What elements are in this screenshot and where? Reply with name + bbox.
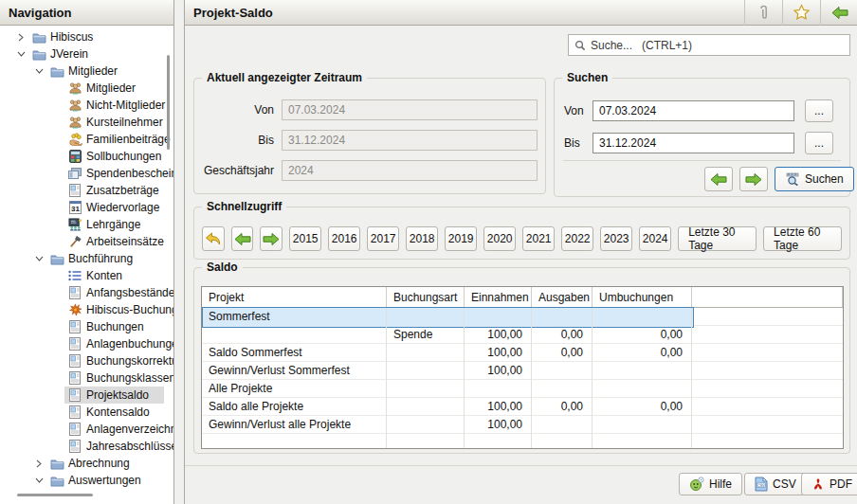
- table-cell: 0,00: [532, 326, 593, 343]
- sidebar-item-buchungsklassen[interactable]: Buchungsklassen: [0, 369, 173, 387]
- table-row-gewinn-verlust-alle-projekte[interactable]: Gewinn/Verlust alle Projekte100,00: [202, 416, 843, 434]
- sidebar-item-zusatzbetraege[interactable]: Zusatzbeträge: [0, 182, 173, 199]
- sidebar-item-auswertungen[interactable]: Auswertungen: [0, 472, 173, 489]
- year-button-2015[interactable]: 2015: [289, 226, 321, 251]
- chevron-right-icon[interactable]: [13, 29, 28, 45]
- sidebar-item-nicht-mitglieder[interactable]: Nicht-Mitglieder: [0, 97, 173, 114]
- search-input[interactable]: Suche... (CTRL+1): [568, 34, 850, 56]
- sidebar-item-anlagenverzeichnis[interactable]: Anlagenverzeichnis: [0, 421, 173, 438]
- expander-spacer: [49, 81, 64, 96]
- column-header-projekt[interactable]: Projekt: [202, 287, 387, 307]
- column-header-buchungsart[interactable]: Buchungsart: [387, 287, 465, 307]
- document-icon: [65, 319, 84, 334]
- sidebar-item-abrechnung[interactable]: Abrechnung: [0, 455, 173, 472]
- search-von-input[interactable]: 07.03.2024: [593, 100, 794, 121]
- csv-button-label: CSV: [773, 477, 796, 491]
- column-header-einnahmen[interactable]: Einnahmen: [465, 287, 532, 307]
- sidebar-item-spendenbescheinigungen[interactable]: Spendenbescheinigungen: [0, 165, 173, 182]
- search-group-title: Suchen: [562, 71, 612, 84]
- sidebar-item-projektsaldo[interactable]: Projektsaldo: [0, 387, 173, 404]
- sidebar-item-hibiscus[interactable]: Hibiscus: [0, 28, 173, 45]
- table-cell: 100,00: [465, 326, 532, 343]
- previous-period-button[interactable]: [704, 167, 733, 191]
- table-row-alle-projekte[interactable]: Alle Projekte: [202, 380, 843, 398]
- year-button-2023[interactable]: 2023: [600, 226, 632, 251]
- bis-date-picker-button[interactable]: ...: [805, 132, 833, 154]
- sidebar-item-label: Hibiscus-Buchungen: [84, 303, 173, 316]
- next-period-button[interactable]: [739, 167, 768, 191]
- sidebar-item-kursteilnehmer[interactable]: Kursteilnehmer: [0, 114, 173, 131]
- table-row-saldo-alle-projekte[interactable]: Saldo alle Projekte100,000,000,00: [202, 398, 843, 416]
- sidebar-item-buchungen[interactable]: Buchungen: [0, 318, 173, 335]
- table-row-gewinn-verlust-sommerfest[interactable]: Gewinn/Verlust Sommerfest100,00: [202, 362, 843, 380]
- nav-horizontal-scrollbar[interactable]: [17, 494, 93, 496]
- sidebar-item-arbeitseinsaetze[interactable]: Arbeitseinsätze: [0, 233, 173, 250]
- sidebar-item-sollbuchungen[interactable]: Sollbuchungen: [0, 148, 173, 165]
- nav-vertical-scrollbar[interactable]: [167, 55, 170, 150]
- sidebar-item-hibiscus-buchungen[interactable]: Hibiscus-Buchungen: [0, 301, 173, 318]
- year-button-2018[interactable]: 2018: [406, 226, 438, 251]
- sidebar-item-anlagenbuchungen[interactable]: Anlagenbuchungen: [0, 335, 173, 352]
- last-30-days-button[interactable]: Letzte 30 Tage: [678, 226, 757, 251]
- table-cell: [387, 434, 465, 449]
- sidebar-item-label: Nicht-Mitglieder: [84, 99, 165, 112]
- table-row-empty[interactable]: [202, 434, 843, 449]
- document-icon: [65, 370, 84, 386]
- sidebar-item-buchfuehrung[interactable]: Buchführung: [0, 250, 173, 267]
- sidebar-item-konten[interactable]: Konten: [0, 267, 173, 284]
- sidebar-item-familienbeitraege[interactable]: Familienbeiträge: [0, 131, 173, 148]
- year-button-2022[interactable]: 2022: [561, 226, 593, 251]
- favorite-star-icon: [793, 4, 811, 21]
- sidebar-item-label: Buchungskorrektur: [84, 354, 173, 368]
- sidebar-item-wiedervorlage[interactable]: 31Wiedervorlage: [0, 199, 173, 216]
- chevron-down-icon[interactable]: [13, 46, 28, 62]
- csv-export-button[interactable]: CSVCSV: [744, 473, 807, 495]
- document-icon: [65, 285, 84, 300]
- chevron-right-icon[interactable]: [31, 456, 46, 471]
- quick-previous-button[interactable]: [231, 226, 254, 251]
- back-button[interactable]: [820, 0, 857, 26]
- chevron-down-icon[interactable]: [31, 251, 46, 266]
- sidebar-item-mitglieder[interactable]: Mitglieder: [0, 80, 173, 97]
- table-cell: [593, 380, 692, 397]
- attachments-button[interactable]: [744, 0, 782, 26]
- year-button-2016[interactable]: 2016: [328, 226, 360, 251]
- suchen-button[interactable]: Suchen: [775, 167, 854, 191]
- search-bis-input[interactable]: 31.12.2024: [593, 133, 794, 153]
- sidebar-item-mitglieder[interactable]: Mitglieder: [0, 63, 173, 80]
- sidebar-item-label: Konten: [84, 269, 122, 282]
- table-row-saldo-sommerfest[interactable]: Saldo Sommerfest100,000,000,00: [202, 344, 843, 362]
- back-arrow-icon: [831, 6, 848, 20]
- table-row-spende[interactable]: Spende100,000,000,00: [202, 326, 843, 344]
- last-60-days-button[interactable]: Letzte 60 Tage: [763, 226, 842, 251]
- year-button-2024[interactable]: 2024: [639, 226, 671, 251]
- pdf-export-button[interactable]: PDF: [801, 473, 857, 495]
- table-row-sommerfest[interactable]: Sommerfest: [202, 308, 843, 326]
- sidebar-item-kontensaldo[interactable]: Kontensaldo: [0, 404, 173, 421]
- bookmark-button[interactable]: [782, 0, 820, 26]
- sidebar-item-lehrgaenge[interactable]: Lehrgänge: [0, 216, 173, 233]
- year-button-2020[interactable]: 2020: [483, 226, 516, 251]
- column-header-umbuchungen[interactable]: Umbuchungen: [593, 287, 692, 307]
- chevron-down-icon[interactable]: [31, 473, 46, 488]
- table-cell: [692, 326, 843, 343]
- sidebar-item-label: Hibiscus: [48, 30, 93, 44]
- table-cell: [532, 434, 593, 449]
- sidebar-item-label: Familienbeiträge: [84, 133, 171, 146]
- year-button-2019[interactable]: 2019: [445, 226, 477, 251]
- undo-range-button[interactable]: [202, 226, 225, 251]
- column-header-ausgaben[interactable]: Ausgaben: [532, 287, 593, 307]
- year-button-2021[interactable]: 2021: [522, 226, 555, 251]
- sidebar-item-anfangsbestaende[interactable]: Anfangsbestände: [0, 284, 173, 301]
- sidebar-item-buchungskorrektur[interactable]: Buchungskorrektur: [0, 352, 173, 369]
- sidebar-item-jahresabschluesse[interactable]: Jahresabschlüsse: [0, 438, 173, 455]
- year-button-2017[interactable]: 2017: [367, 226, 399, 251]
- sidebar-item-label: Jahresabschlüsse: [84, 440, 173, 453]
- sidebar-item-jverein[interactable]: JVerein: [0, 45, 173, 63]
- expander-spacer: [49, 285, 64, 300]
- sidebar-item-label: Mitglieder: [84, 81, 136, 95]
- quick-next-button[interactable]: [260, 226, 283, 251]
- hilfe-button[interactable]: Hilfe: [679, 473, 742, 495]
- von-date-picker-button[interactable]: ...: [805, 99, 833, 122]
- chevron-down-icon[interactable]: [31, 63, 46, 79]
